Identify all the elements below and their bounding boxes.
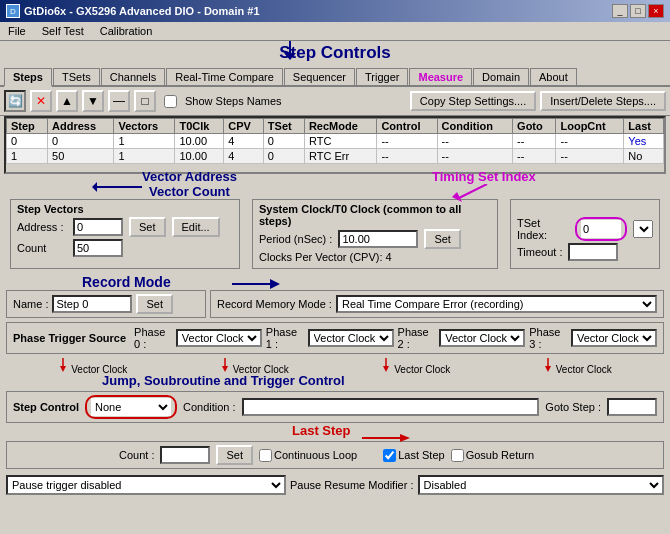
cell-cpv: 4 — [224, 134, 264, 149]
cell-control: -- — [377, 149, 437, 164]
record-memory-mode-panel: Record Memory Mode : Real Time Compare E… — [210, 290, 664, 318]
tab-channels[interactable]: Channels — [101, 68, 165, 85]
sections-container: Vector Address Vector Count Timing Set I… — [0, 174, 670, 497]
col-loopcnt: LoopCnt — [556, 119, 624, 134]
steps-table: Step Address Vectors T0Clk CPV TSet RecM… — [6, 118, 664, 164]
record-memory-mode-select[interactable]: Real Time Compare Error (recording) Reco… — [336, 295, 657, 313]
step-controls-annotation: Step Controls — [279, 43, 390, 62]
phase3-label: Phase 3 : — [529, 326, 567, 350]
show-steps-names-checkbox[interactable] — [164, 95, 177, 108]
menu-self-test[interactable]: Self Test — [38, 24, 88, 38]
tab-real-time-compare[interactable]: Real-Time Compare — [166, 68, 283, 85]
col-t0clk: T0Clk — [175, 119, 224, 134]
cell-condition: -- — [437, 149, 513, 164]
cell-control: -- — [377, 134, 437, 149]
step-name-input[interactable] — [52, 295, 132, 313]
condition-input[interactable] — [242, 398, 540, 416]
bottom-set-button[interactable]: Set — [216, 445, 253, 465]
phase2-select[interactable]: Vector Clock — [439, 329, 525, 347]
cell-tset: 0 — [263, 134, 304, 149]
tab-about[interactable]: About — [530, 68, 577, 85]
toolbar-btn-down[interactable]: ▼ — [82, 90, 104, 112]
menu-calibration[interactable]: Calibration — [96, 24, 157, 38]
step-vectors-edit-button[interactable]: Edit... — [172, 217, 220, 237]
toolbar-btn-square[interactable]: □ — [134, 90, 156, 112]
window-controls[interactable]: _ □ × — [612, 4, 664, 18]
gosub-return-checkbox[interactable] — [451, 449, 464, 462]
period-input[interactable] — [338, 230, 418, 248]
minimize-button[interactable]: _ — [612, 4, 628, 18]
phase1-vector-clock-label: Vector Clock — [233, 364, 289, 375]
tset-index-label: TSet Index: — [517, 217, 569, 241]
tab-domain[interactable]: Domain — [473, 68, 529, 85]
toolbar-btn-2[interactable]: ✕ — [30, 90, 52, 112]
toolbar-btn-minus[interactable]: — — [108, 90, 130, 112]
cell-recmode: RTC Err — [304, 149, 376, 164]
step-name-set-button[interactable]: Set — [136, 294, 173, 314]
cell-last: No — [624, 149, 664, 164]
cpv-label: Clocks Per Vector (CPV): 4 — [259, 251, 392, 263]
svg-marker-11 — [222, 366, 228, 372]
copy-step-settings-button[interactable]: Copy Step Settings.... — [410, 91, 536, 111]
address-input[interactable] — [73, 218, 123, 236]
count-input[interactable] — [73, 239, 123, 257]
toolbar: 🔄 ✕ ▲ ▼ — □ Show Steps Names Copy Step S… — [0, 87, 670, 116]
cell-t0clk: 10.00 — [175, 149, 224, 164]
phase3-vector-clock-label: Vector Clock — [556, 364, 612, 375]
phase2-label: Phase 2 : — [398, 326, 436, 350]
tab-sequencer[interactable]: Sequencer — [284, 68, 355, 85]
last-step-label[interactable]: Last Step — [383, 449, 444, 462]
gosub-return-label[interactable]: Gosub Return — [451, 449, 534, 462]
continuous-loop-checkbox[interactable] — [259, 449, 272, 462]
pause-trigger-select[interactable]: Pause trigger disabled — [6, 475, 286, 495]
step-control-select[interactable]: None Jump Subroutine Loop — [91, 398, 171, 416]
cell-vectors: 1 — [114, 149, 175, 164]
step-name-label: Name : — [13, 298, 48, 310]
timeout-input[interactable] — [568, 243, 618, 261]
tab-tsets[interactable]: TSets — [53, 68, 100, 85]
tset-index-input[interactable] — [581, 220, 621, 238]
menu-file[interactable]: File — [4, 24, 30, 38]
close-button[interactable]: × — [648, 4, 664, 18]
table-row[interactable]: 150110.0040RTC Err--------No — [7, 149, 664, 164]
tab-trigger[interactable]: Trigger — [356, 68, 408, 85]
goto-step-input[interactable] — [607, 398, 657, 416]
col-vectors: Vectors — [114, 119, 175, 134]
count-label-text: Count : — [119, 449, 154, 461]
count-input-bottom[interactable] — [160, 446, 210, 464]
phase3-select[interactable]: Vector Clock — [571, 329, 657, 347]
cell-loopcnt: -- — [556, 149, 624, 164]
cell-t0clk: 10.00 — [175, 134, 224, 149]
cell-step: 1 — [7, 149, 48, 164]
system-clock-panel: System Clock/T0 Clock (common to all ste… — [252, 199, 498, 269]
address-label: Address : — [17, 221, 67, 233]
bottom-controls-panel: Count : Set Continuous Loop Last Step Go… — [6, 441, 664, 469]
tab-steps[interactable]: Steps — [4, 68, 52, 87]
cell-tset: 0 — [263, 149, 304, 164]
insert-delete-steps-button[interactable]: Insert/Delete Steps.... — [540, 91, 666, 111]
phase0-select[interactable]: Vector Clock — [176, 329, 262, 347]
phase1-label: Phase 1 : — [266, 326, 304, 350]
show-steps-label: Show Steps Names — [185, 95, 282, 107]
phase0-vector-clock-label: Vector Clock — [71, 364, 127, 375]
col-cpv: CPV — [224, 119, 264, 134]
tab-measure[interactable]: Measure — [409, 68, 472, 85]
table-row[interactable]: 00110.0040RTC--------Yes — [7, 134, 664, 149]
last-step-checkbox[interactable] — [383, 449, 396, 462]
phase-trigger-label: Phase Trigger Source — [13, 332, 126, 344]
system-clock-set-button[interactable]: Set — [424, 229, 461, 249]
pause-resume-select[interactable]: Disabled — [418, 475, 665, 495]
tset-index-select[interactable]: ▼ — [633, 220, 653, 238]
toolbar-btn-1[interactable]: 🔄 — [4, 90, 26, 112]
toolbar-btn-up[interactable]: ▲ — [56, 90, 78, 112]
phase1-select[interactable]: Vector Clock — [308, 329, 394, 347]
step-vectors-panel: Step Vectors Address : Set Edit... Count — [10, 199, 240, 269]
continuous-loop-label[interactable]: Continuous Loop — [259, 449, 357, 462]
pause-row: Pause trigger disabled Pause Resume Modi… — [6, 475, 664, 495]
maximize-button[interactable]: □ — [630, 4, 646, 18]
goto-step-label: Goto Step : — [545, 401, 601, 413]
cell-condition: -- — [437, 134, 513, 149]
step-vectors-set-button[interactable]: Set — [129, 217, 166, 237]
cell-step: 0 — [7, 134, 48, 149]
cell-loopcnt: -- — [556, 134, 624, 149]
